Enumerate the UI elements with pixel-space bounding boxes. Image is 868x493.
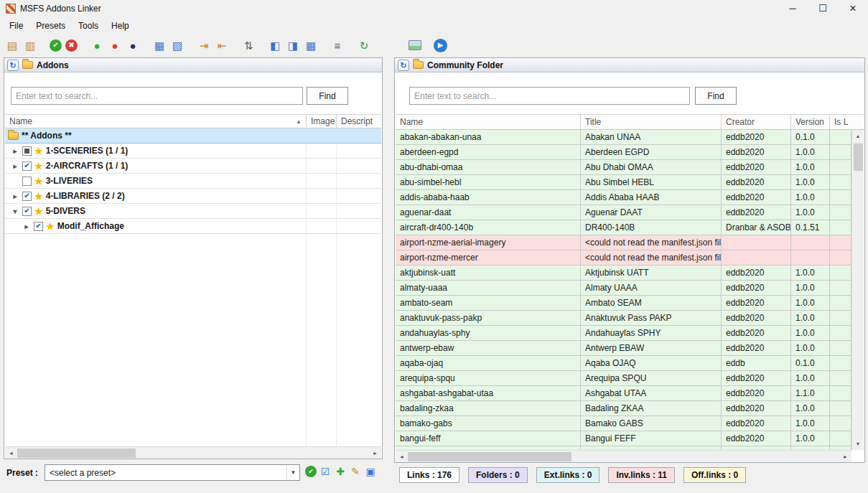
expander-icon[interactable]: ▾: [11, 207, 19, 215]
cell-name: abakan-abakan-unaa: [396, 130, 581, 145]
navy-light-icon[interactable]: ●: [126, 38, 140, 52]
table-row[interactable]: aberdeen-egpdAberdeen EGPDeddb20201.0.0: [396, 145, 851, 160]
tree-item-row[interactable]: ★3-LIVERIES: [5, 174, 381, 189]
table-row[interactable]: ambato-seamAmbato SEAMeddb20201.0.0: [396, 296, 851, 311]
tree-root-row[interactable]: ** Addons **: [5, 128, 381, 144]
apply-preset-icon[interactable]: ✔: [305, 466, 317, 477]
table-row[interactable]: airport-nzme-aerial-imagery<could not re…: [396, 235, 851, 250]
table-row[interactable]: almaty-uaaaAlmaty UAAAeddb20201.0.0: [396, 281, 851, 296]
red-light-icon[interactable]: ●: [108, 38, 122, 52]
checkbox[interactable]: [34, 222, 43, 231]
scroll-left-arrow[interactable]: ◄: [5, 447, 17, 459]
checkbox[interactable]: [22, 192, 32, 201]
move-in-icon[interactable]: ⇥: [197, 38, 211, 52]
column-header-title[interactable]: Title: [581, 115, 722, 129]
table-row[interactable]: aqaba-ojaqAqaba OJAQeddb0.1.0: [396, 356, 851, 371]
refresh-icon[interactable]: ↻: [357, 38, 371, 52]
tree-item-row[interactable]: ▸★4-LIBRARIES (2 / 2): [5, 189, 381, 204]
sort-icon[interactable]: ⇅: [241, 38, 256, 52]
scroll-thumb[interactable]: [854, 144, 863, 171]
table-row[interactable]: aguenar-daatAguenar DAATeddb20201.0.0: [396, 205, 851, 220]
scroll-thumb[interactable]: [17, 449, 136, 458]
tree-list-icon[interactable]: ≡: [330, 38, 345, 52]
paste-links-icon[interactable]: ▤: [5, 38, 19, 52]
column-header-descript[interactable]: Descript: [337, 115, 381, 128]
table-row[interactable]: ashgabat-ashgabat-utaaAshgabat UTAAeddb2…: [396, 386, 851, 401]
checkbox[interactable]: [22, 161, 32, 171]
addons-find-button[interactable]: Find: [307, 87, 348, 105]
community-search-input[interactable]: [409, 87, 690, 105]
check-all-icon[interactable]: ✔: [50, 39, 62, 52]
table-row[interactable]: bamako-gabsBamako GABSeddb20201.0.0: [396, 416, 851, 431]
column-header-name[interactable]: Name ▲: [5, 115, 307, 128]
save-preset-icon[interactable]: ▣: [364, 465, 377, 478]
green-light-icon[interactable]: ●: [90, 38, 104, 52]
checkbox[interactable]: [22, 177, 32, 186]
run-sim-icon[interactable]: ▶: [434, 39, 447, 52]
edit-preset-icon[interactable]: ✎: [349, 465, 362, 478]
scroll-down-arrow[interactable]: ▼: [852, 438, 864, 450]
move-out-icon[interactable]: ⇤: [215, 38, 229, 52]
cell-version: [791, 250, 830, 266]
table-row[interactable]: abakan-abakan-unaaAbakan UNAAeddb20200.1…: [396, 130, 851, 145]
checkbox[interactable]: [22, 146, 32, 156]
menu-help[interactable]: Help: [105, 19, 136, 33]
refresh-icon[interactable]: ↻: [398, 60, 409, 71]
table-row[interactable]: airport-nzme-mercer<could not read the m…: [396, 250, 851, 266]
addons-search-input[interactable]: [11, 87, 303, 105]
maximize-button[interactable]: ☐: [808, 0, 838, 17]
table-row[interactable]: abu-dhabi-omaaAbu Dhabi OMAAeddb20201.0.…: [396, 160, 851, 175]
menu-file[interactable]: File: [3, 19, 29, 33]
col-right-icon[interactable]: ◨: [286, 38, 300, 52]
image-icon[interactable]: [409, 40, 421, 50]
tree-item-row[interactable]: ▾★5-DIVERS: [5, 204, 381, 219]
tree-item-row[interactable]: ▸★2-AIRCRAFTS (1 / 1): [5, 159, 381, 174]
tree-item-row[interactable]: ▸★Modif_Affichage: [5, 219, 381, 234]
open-folder-icon[interactable]: [383, 38, 396, 52]
col-left-icon[interactable]: ◧: [268, 38, 282, 52]
scroll-right-arrow[interactable]: ►: [369, 447, 381, 459]
checkbox[interactable]: [22, 207, 32, 216]
scroll-up-arrow[interactable]: ▲: [852, 130, 864, 142]
scroll-left-arrow[interactable]: ◄: [396, 451, 408, 463]
tree-item-row[interactable]: ▸★1-SCENERIES (1 / 1): [5, 144, 381, 159]
table-row[interactable]: badaling-zkaaBadaling ZKAAeddb20201.0.0: [396, 401, 851, 416]
community-find-button[interactable]: Find: [695, 87, 737, 105]
table-row[interactable]: andahuaylas-sphyAndahuaylas SPHYeddb2020…: [396, 326, 851, 341]
expander-icon[interactable]: ▸: [22, 222, 31, 230]
expander-icon[interactable]: ▸: [11, 192, 19, 200]
add-preset-icon[interactable]: ✚: [334, 465, 347, 478]
horizontal-scrollbar[interactable]: ◄ ►: [396, 450, 851, 462]
vertical-scrollbar[interactable]: ▲ ▼: [851, 130, 864, 450]
table-row[interactable]: anaktuvuk-pass-pakpAnaktuvuk Pass PAKPed…: [396, 311, 851, 326]
table-row[interactable]: abu-simbel-heblAbu Simbel HEBLeddb20201.…: [396, 175, 851, 190]
paste-links-alt-icon[interactable]: ▥: [23, 38, 37, 52]
scroll-thumb[interactable]: [408, 452, 571, 461]
menu-presets[interactable]: Presets: [29, 19, 72, 33]
table-row[interactable]: antwerp-ebawAntwerp EBAWeddb20201.0.0: [396, 341, 851, 356]
column-header-name[interactable]: Name: [396, 115, 581, 129]
check-preset-icon[interactable]: ☑: [319, 465, 332, 478]
column-header-version[interactable]: Version: [791, 115, 830, 129]
table-row[interactable]: aktjubinsk-uattAktjubinsk UATTeddb20201.…: [396, 266, 851, 281]
minimize-button[interactable]: ─: [778, 0, 808, 17]
add-link-icon[interactable]: ▦: [152, 38, 167, 52]
remove-link-icon[interactable]: ▧: [170, 38, 185, 52]
table-row[interactable]: arequipa-spquArequipa SPQUeddb20201.0.0: [396, 371, 851, 386]
column-header-creator[interactable]: Creator: [722, 115, 791, 129]
scroll-right-arrow[interactable]: ►: [839, 451, 851, 463]
table-row[interactable]: addis-ababa-haabAddis Ababa HAABeddb2020…: [396, 190, 851, 205]
table-row[interactable]: bangui-feffBangui FEFFeddb20201.0.0: [396, 431, 851, 446]
refresh-icon[interactable]: ↻: [7, 60, 19, 71]
preset-select[interactable]: <select a preset> ▼: [45, 464, 300, 481]
horizontal-scrollbar[interactable]: ◄ ►: [5, 446, 381, 459]
uncheck-all-icon[interactable]: ✖: [65, 39, 78, 52]
expander-icon[interactable]: ▸: [11, 147, 19, 155]
column-header-islinked[interactable]: Is L: [830, 115, 864, 129]
column-header-image[interactable]: Image: [307, 115, 337, 128]
close-button[interactable]: ×: [838, 0, 868, 17]
expander-icon[interactable]: ▸: [11, 162, 19, 170]
table-row[interactable]: aircraft-dr400-140bDR400-140BDranbar & A…: [396, 220, 851, 235]
col-all-icon[interactable]: ▦: [304, 38, 318, 52]
menu-tools[interactable]: Tools: [72, 19, 105, 33]
